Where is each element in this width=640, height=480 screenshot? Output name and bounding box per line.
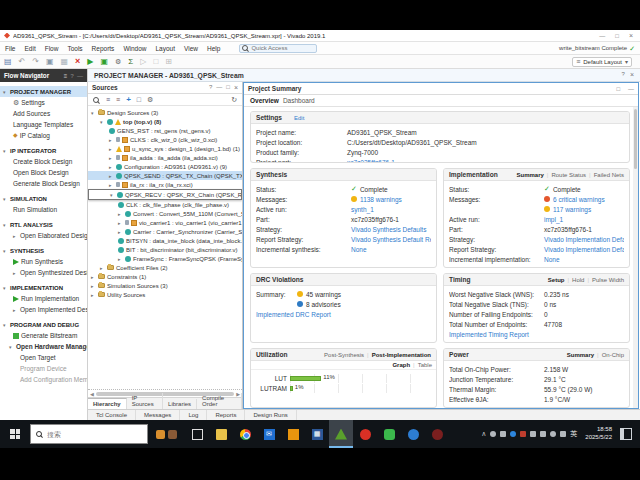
card-header-link[interactable]: Pulse Width <box>584 277 624 283</box>
copy-icon[interactable] <box>46 58 54 66</box>
expand-icon[interactable] <box>116 96 120 104</box>
flow-navigator-item[interactable]: Add Sources <box>0 108 87 119</box>
flow-navigator-item[interactable]: ▾Open Hardware Manager <box>0 341 87 352</box>
taskbar-app-button[interactable] <box>401 420 425 448</box>
tree-row[interactable]: ▸u_sync_sys : design_1 (design_1.bd) (1) <box>88 144 242 153</box>
tray-icon[interactable] <box>520 431 526 437</box>
ghost3-icon[interactable] <box>165 58 172 66</box>
gear-icon[interactable] <box>115 58 121 66</box>
menu-item[interactable]: Tools <box>67 45 82 52</box>
card-header-link[interactable]: Setup <box>548 277 565 283</box>
help-icon[interactable] <box>209 84 212 91</box>
run-status[interactable]: write_bitstream Complete <box>559 45 635 52</box>
flow-navigator-item[interactable]: ▾PROGRAM AND DEBUG <box>0 319 87 330</box>
weather-widget-icon[interactable] <box>168 430 177 439</box>
flow-navigator-item[interactable]: ▸Open Elaborated Design <box>0 230 87 241</box>
dock-tab[interactable]: Design Runs <box>245 410 296 420</box>
taskbar-app-button[interactable] <box>281 420 305 448</box>
flow-navigator-item[interactable]: ▾IP INTEGRATOR <box>0 145 87 156</box>
ghost1-icon[interactable] <box>140 58 146 66</box>
tray-icon[interactable] <box>510 431 516 437</box>
summary-tab[interactable]: Overview <box>250 97 279 104</box>
collapse-icon[interactable] <box>106 96 110 104</box>
tree-row[interactable]: ▸Utility Sources <box>88 290 242 299</box>
flow-navigator-item[interactable]: ▾IMPLEMENTATION <box>0 282 87 293</box>
menu-item[interactable]: Edit <box>24 45 35 52</box>
dock-icon[interactable] <box>64 73 68 79</box>
card-header-link[interactable]: Route Status <box>544 172 586 178</box>
flow-navigator-item[interactable]: Language Templates <box>0 119 87 130</box>
scrollbar-thumb[interactable] <box>634 109 637 169</box>
help-icon[interactable] <box>622 71 625 79</box>
close-icon[interactable] <box>629 32 633 39</box>
tree-row[interactable]: ▸Configuration : AD9361 (AD9361.v) (9) <box>88 162 242 171</box>
notification-center-icon[interactable] <box>620 428 632 440</box>
flow-navigator-item[interactable]: Run Simulation <box>0 204 87 215</box>
tree-row[interactable]: ▸QPSK_SEND : QPSK_TX_Chain (QPSK_TX_Chai… <box>88 171 242 180</box>
taskbar-app-button[interactable] <box>209 420 233 448</box>
flow-navigator-item[interactable]: Generate Bitstream <box>0 330 87 341</box>
search-icon[interactable] <box>93 96 100 104</box>
open-icon[interactable] <box>137 96 141 104</box>
flow-navigator-item[interactable]: ▸Open Synthesized Design <box>0 267 87 278</box>
sources-tab[interactable]: Hierarchy <box>88 398 127 409</box>
minimize-icon[interactable] <box>216 84 222 91</box>
settings-edit-link[interactable]: Edit <box>294 115 304 121</box>
sources-tab[interactable]: Libraries <box>163 399 197 409</box>
minimize-icon[interactable] <box>77 73 83 79</box>
paste-icon[interactable] <box>61 58 69 66</box>
flow-navigator-item[interactable]: IP Catalog <box>0 130 87 141</box>
card-header-link[interactable]: Post-Synthesis <box>324 352 364 358</box>
quick-access-box[interactable] <box>239 44 317 53</box>
quick-access-input[interactable] <box>251 45 314 51</box>
taskbar-widgets[interactable] <box>156 430 177 439</box>
timing-report-link[interactable]: Implemented Timing Report <box>449 331 624 338</box>
tree-row[interactable]: BITSYN : data_inte_block (data_inte_bloc… <box>88 236 242 245</box>
utilization-view-link[interactable]: Table <box>410 362 432 368</box>
refresh-icon[interactable] <box>231 96 237 104</box>
menu-item[interactable]: Help <box>207 45 220 52</box>
flow-navigator-item[interactable]: Open Target <box>0 352 87 363</box>
help-icon[interactable] <box>70 73 74 79</box>
program-icon[interactable] <box>101 58 109 66</box>
taskbar-app-button[interactable] <box>185 420 209 448</box>
minimize-icon[interactable] <box>599 32 605 39</box>
dock-tab[interactable]: Tcl Console <box>88 410 136 420</box>
summary-tab[interactable]: Dashboard <box>283 97 315 104</box>
flow-navigator-item[interactable]: Generate Block Design <box>0 178 87 189</box>
menu-item[interactable]: View <box>184 45 198 52</box>
taskbar-search-input[interactable] <box>47 431 127 438</box>
menu-item[interactable]: Layout <box>156 45 176 52</box>
flow-navigator-item[interactable]: Run Synthesis <box>0 256 87 267</box>
minimize-icon[interactable] <box>628 86 634 92</box>
save-icon[interactable] <box>4 58 12 66</box>
gear-icon[interactable] <box>147 96 153 104</box>
ghost2-icon[interactable] <box>153 58 158 66</box>
card-header-link[interactable]: Hold <box>565 277 585 283</box>
menu-item[interactable]: File <box>5 45 15 52</box>
sources-tab[interactable]: IP Sources <box>127 393 163 409</box>
tray-icon[interactable] <box>550 431 556 437</box>
float-icon[interactable] <box>615 32 619 39</box>
tree-row[interactable]: ▸Coefficient Files (2) <box>88 263 242 272</box>
card-header-link[interactable]: Summary <box>516 172 543 178</box>
tree-row[interactable]: GENS_RST : rst_gens (rst_gens.v) <box>88 126 242 135</box>
delete-x-icon[interactable] <box>75 57 80 66</box>
summary-scrollbar[interactable] <box>633 107 638 408</box>
float-icon[interactable] <box>226 84 230 91</box>
flow-navigator-item[interactable]: Create Block Design <box>0 156 87 167</box>
taskbar-app-button[interactable] <box>377 420 401 448</box>
flow-navigator-item[interactable]: ▾RTL ANALYSIS <box>0 219 87 230</box>
menu-item[interactable]: Reports <box>92 45 115 52</box>
close-icon[interactable] <box>630 71 634 79</box>
taskbar-search[interactable] <box>30 424 148 444</box>
menu-item[interactable]: Flow <box>45 45 59 52</box>
tree-row[interactable]: ▸Carrier : Carrier_Synchronizer (Carrier… <box>88 227 242 236</box>
tree-row[interactable]: ▸Convert : Convert_55M_110M (Convert_55M… <box>88 209 242 218</box>
undo-icon[interactable] <box>19 58 26 66</box>
taskbar-clock[interactable]: 18:58 2025/5/22 <box>585 426 612 442</box>
card-header-link[interactable]: Failed Nets <box>586 172 624 178</box>
tree-row[interactable]: ▸ila_rx : ila_rx (ila_rx.xci) <box>88 180 242 189</box>
ime-indicator[interactable]: 英 <box>570 429 577 439</box>
flow-navigator-item[interactable]: Settings <box>0 97 87 108</box>
